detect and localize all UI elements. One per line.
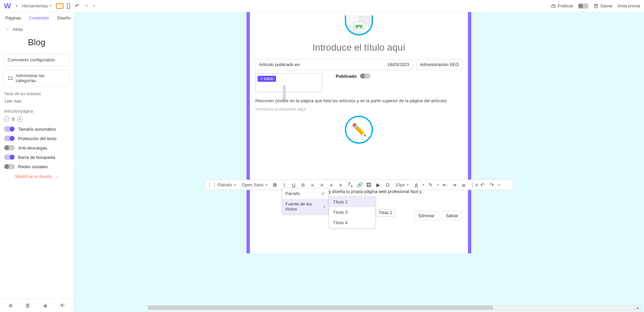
redo-icon[interactable]: ↷ [84, 3, 88, 9]
read-more-field[interactable]: Leer más [3, 98, 70, 104]
toggle-auto-label: Tamaño automático [18, 127, 56, 132]
omega-icon[interactable]: Ω [385, 182, 391, 188]
dd-paragraph[interactable]: Párrafo✓ [282, 188, 328, 199]
text-color-icon[interactable]: A [413, 182, 419, 188]
align-center-icon[interactable]: ≡ [319, 182, 325, 188]
side-categories[interactable]: Administrar las categorías [3, 69, 70, 87]
font-select[interactable]: Open Sans▾ [240, 182, 269, 188]
toggle-search[interactable] [4, 154, 15, 160]
clear-format-icon[interactable]: Tx [347, 181, 353, 188]
section-drag-handle[interactable] [283, 86, 286, 99]
hscroll-thumb[interactable] [148, 306, 493, 310]
highlight-icon[interactable]: ✎ [428, 182, 434, 188]
save-article-button[interactable]: Salvar [441, 211, 463, 221]
publish-button[interactable]: Publicar [551, 3, 573, 9]
stepper-value: 5 [12, 117, 14, 122]
back-button[interactable]: ←Atrás [0, 22, 73, 36]
main: Páginas Contenido Diseño ←Atrás Blog Com… [0, 12, 644, 312]
tab-pages[interactable]: Páginas [5, 15, 21, 20]
published-toggle[interactable] [360, 73, 371, 79]
add-section-icon[interactable]: ⊕ [8, 302, 13, 309]
tag-input[interactable]: ×Inicio [255, 73, 322, 92]
hscroll-right-icon[interactable]: ▸ [635, 306, 641, 310]
modify-design-link[interactable]: Modificar el diseño→ [3, 174, 70, 179]
video-icon[interactable]: ▶ [375, 182, 381, 188]
size-select[interactable]: 15px▾ [394, 182, 410, 188]
toggle-anti[interactable] [4, 145, 15, 150]
hero-image-placeholder[interactable] [345, 15, 373, 36]
side-comments[interactable]: Comments configuration [3, 54, 70, 66]
toggle-social-label: Redes sociales [18, 164, 48, 169]
toggle-auto-size: Tamaño automático [4, 126, 69, 132]
folder-icon [8, 75, 13, 81]
align-right-icon[interactable]: ≡ [328, 182, 334, 188]
publish-label: Publicar [557, 3, 573, 8]
layers-icon[interactable]: ◈ [43, 302, 47, 309]
tab-design[interactable]: Diseño [57, 15, 70, 20]
app-logo[interactable]: W [4, 2, 11, 10]
hscroll[interactable]: ◂ ▸ [148, 305, 641, 310]
trash-icon[interactable]: 🗑 [25, 303, 31, 309]
toggle-auto[interactable] [4, 126, 15, 132]
sidebar: Páginas Contenido Diseño ←Atrás Blog Com… [0, 12, 74, 312]
tab-content[interactable]: Contenido [29, 15, 49, 20]
logo-chevron[interactable]: ▾ [16, 4, 17, 8]
more-chevron-icon[interactable]: ▾ [498, 183, 500, 187]
summary-placeholder[interactable]: Introduce el resumen aquí [255, 107, 463, 112]
save-icon [593, 3, 599, 9]
dd-title-4[interactable]: Título 4 [329, 217, 375, 228]
text-color-chevron[interactable]: ▾ [423, 183, 424, 187]
eye-icon[interactable]: 👁 [60, 303, 65, 309]
rte-undo-icon[interactable]: ↶ [480, 182, 486, 188]
toggle-social-sw[interactable] [4, 164, 15, 169]
mobile-icon[interactable] [67, 3, 70, 9]
indent-icon[interactable]: ⇥ [451, 182, 458, 188]
pencil-icon: ✏️ [352, 123, 367, 137]
ol-icon[interactable]: ≣ [461, 182, 467, 188]
stepper-plus[interactable]: + [17, 116, 22, 122]
tag-remove-icon[interactable]: × [260, 76, 263, 81]
style-select[interactable]: Párrafo▾ [216, 182, 237, 188]
side-inner: Comments configuration Administrar las c… [0, 54, 73, 299]
dd-title-3[interactable]: Título 3 [329, 207, 375, 217]
stepper-minus[interactable]: − [4, 116, 9, 122]
articles-per-page-label: Artículos/página [3, 109, 70, 114]
align-left-icon[interactable]: ≡ [310, 182, 316, 188]
style-chevron-icon: ▾ [234, 183, 236, 187]
tag-inicio[interactable]: ×Inicio [258, 76, 276, 82]
menu-tools[interactable]: Herramientas▾ [22, 3, 51, 8]
dd-paragraph-label: Párrafo [285, 191, 300, 196]
titles-submenu: Título 2 Título 3 Título 4 [329, 196, 376, 228]
outdent-icon[interactable]: ⇤ [442, 182, 448, 188]
rte-redo-icon[interactable]: ↷ [489, 182, 495, 188]
chevron-right-icon: › [324, 204, 325, 209]
edit-content-button[interactable]: ✏️ [345, 116, 373, 144]
side-tabs: Páginas Contenido Diseño [0, 12, 73, 22]
align-justify-icon[interactable]: ≡ [338, 182, 344, 188]
history-chevron[interactable]: ▾ [93, 4, 95, 8]
italic-icon[interactable]: I [281, 182, 287, 188]
ul-icon[interactable]: ⋮≡ [470, 182, 476, 188]
undo-icon[interactable]: ↶ [75, 3, 79, 9]
desktop-icon[interactable] [56, 3, 63, 9]
publish-date-box[interactable]: Artículo publicado en16/03/2023 [255, 59, 413, 70]
underline-icon[interactable]: U [291, 182, 297, 188]
link-icon[interactable]: 🔗 [357, 182, 363, 188]
dd-titles-source[interactable]: Fuente de los títulos› [282, 199, 328, 214]
drag-handle-icon[interactable]: ⋮⋮ [207, 182, 213, 188]
publish-toggle[interactable] [578, 3, 589, 9]
highlight-chevron[interactable]: ▾ [437, 183, 439, 187]
dd-title-2[interactable]: Título 2 [329, 197, 375, 207]
preview-button[interactable]: Vista previa [617, 3, 640, 8]
toggle-protect[interactable] [4, 136, 15, 141]
arrow-right-icon: → [54, 174, 58, 179]
article-title-input[interactable] [255, 42, 463, 53]
delete-button[interactable]: Eliminar [414, 211, 439, 221]
preview-label: Vista previa [617, 3, 640, 8]
strike-icon[interactable]: S [300, 182, 306, 188]
image-icon-btn[interactable]: 🖼 [366, 182, 372, 188]
save-button[interactable]: Salvar [593, 3, 612, 9]
seo-admin-button[interactable]: Administración SEO [416, 59, 463, 70]
side-categories-label: Administrar las categorías [16, 73, 66, 83]
bold-icon[interactable]: B [272, 182, 278, 188]
